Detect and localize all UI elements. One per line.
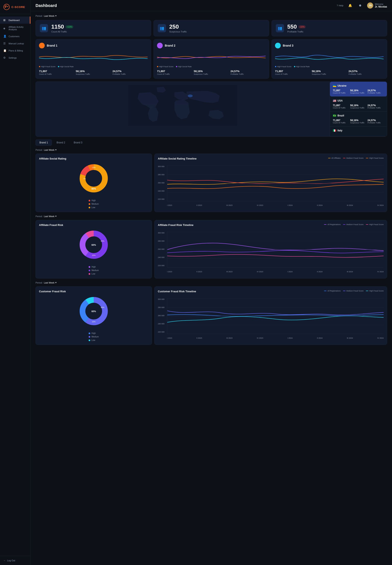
brand-2-icon (157, 43, 163, 48)
sidebar-item-label: Dashboard (9, 19, 20, 21)
sidebar-item-plans[interactable]: 📋 Plans & Billing (0, 47, 30, 54)
svg-text:80%: 80% (91, 188, 96, 190)
svg-text:60%: 60% (91, 244, 96, 246)
legend-all-label: All Affiliates (331, 157, 341, 159)
legend-label: High Social Rate (60, 66, 74, 68)
legend-high-cust-label: High Fraud Score (369, 290, 384, 292)
ukraine-name: Ukraine (337, 84, 347, 87)
svg-point-3 (188, 95, 193, 97)
notifications-button[interactable]: 🔔 (348, 3, 353, 8)
legend-fraud: High Fraud Score (157, 66, 174, 68)
tab-brand-1[interactable]: Brand 1 (36, 140, 52, 146)
stat-card-suspicious: 👥 250 Suspicious Traffic (154, 20, 269, 36)
stat-icon-traffic: 👥 (40, 24, 48, 32)
legend-high-fraud-label: High Fraud Score (369, 223, 384, 226)
ukraine-stat-lbl-1: Suspicious Traffic (350, 92, 367, 94)
legend-medium: Medium (89, 203, 99, 205)
brand-3-name: Brand 3 (283, 44, 294, 47)
svg-text:7%: 7% (83, 178, 86, 180)
period-dropdown-4[interactable]: Last Week ▾ (44, 281, 56, 284)
svg-point-0 (4, 4, 9, 10)
usa-stat-val-2: 24,57% (367, 104, 384, 107)
user-profile[interactable]: JN Welcome Jr. Nicolas (367, 2, 387, 9)
brand-stat-item: 58,16% Suspicious Traffic (194, 70, 229, 75)
cust-timeline-title: Customer Fraud Risk Timeline (158, 290, 196, 293)
brand-1-header: Brand 1 (39, 43, 148, 48)
country-stat: 58,16% Suspicious Traffic (350, 104, 367, 109)
brand-2-name: Brand 2 (165, 44, 175, 47)
fraud-timeline-legend: All Registrations Medium Fraud Score Hig… (324, 223, 384, 226)
legend-med-cust-label: Medium Fraud Score (346, 290, 364, 292)
italy-header: 🇮🇹 Italy (333, 129, 384, 132)
legend-low-label: Low (91, 273, 95, 275)
ukraine-flag: 🇺🇦 (333, 84, 336, 87)
period-dropdown[interactable]: Last Week ▾ (44, 14, 56, 17)
svg-text:10%: 10% (92, 321, 96, 323)
customer-fraud-legend: High Medium Low (89, 332, 99, 341)
chevron-down-icon-3: ▾ (55, 215, 56, 217)
brazil-stat-lbl-0: Count All Traffic (333, 122, 349, 124)
brand-stat-lbl: Suspicious Traffic (312, 73, 347, 75)
header: Dashboard ? Help 🔔 JN Welcome Jr. Nicola… (31, 0, 392, 11)
period-label-3: Period: (36, 215, 43, 217)
legend-all-cust-label: All Registrations (327, 290, 341, 292)
tab-brand-2[interactable]: Brand 2 (53, 140, 69, 146)
legend-label: High Fraud Score (159, 66, 174, 68)
ukraine-stat-val-2: 24,57% (367, 89, 384, 92)
brand-stat-val: 58,16% (194, 70, 229, 73)
page-title: Dashboard (36, 3, 57, 8)
help-button[interactable]: ? Help (337, 4, 343, 7)
cust-timeline-legend: All Registrations Medium Fraud Score Hig… (324, 290, 384, 292)
legend-low: Low (89, 339, 99, 341)
chevron-down-icon-2: ▾ (55, 148, 56, 151)
tab-brand-3[interactable]: Brand 3 (70, 140, 86, 146)
period-dropdown-2[interactable]: Last Week ▾ (44, 148, 56, 151)
stat-card-profitable: 👥 550 -10% Profitable Traffic (272, 20, 387, 36)
sidebar: C-SCORE ⊞ Dashboard ◈ Affiliate Activity… (0, 0, 31, 565)
social-rating-charts: Affiliate Social Rating 13% 80% 7% (36, 154, 387, 212)
period-value: Last Week (44, 15, 55, 17)
social-timeline-title: Affiliate Social Rating Timeline (158, 157, 196, 160)
period-selector-4: Period: Last Week ▾ (36, 281, 387, 284)
logout-button[interactable]: → Log Out (0, 556, 30, 565)
sidebar-item-label: Affiliate Activity Analysis (9, 26, 27, 31)
brand-stat-lbl: Profitable Traffic (349, 73, 384, 75)
sidebar-item-dashboard[interactable]: ⊞ Dashboard (0, 16, 30, 24)
sidebar-item-settings[interactable]: ⚙ Settings (0, 54, 30, 61)
period-selector-top: Period: Last Week ▾ (36, 14, 387, 17)
customer-fraud-title: Customer Fraud Risk (39, 290, 148, 293)
legend-all-cust: All Registrations (324, 290, 341, 292)
brand-stat-lbl: Profitable Traffic (230, 73, 266, 75)
period-label: Period: (36, 15, 43, 17)
brand-stat-lbl: Suspicious Traffic (76, 73, 111, 75)
legend-med-fraud: Medium Fraud Score (343, 223, 364, 226)
x-labels-cust: I 2023II 2023III 2023IV 2023I 2024II 202… (167, 337, 384, 339)
ukraine-stats: 71,897 Count All Traffic 58,16% Suspicio… (333, 89, 384, 94)
brand-2-header: Brand 2 (157, 43, 266, 48)
stats-row: 👥 1150 +23% Count All Traffic 👥 250 Susp… (36, 20, 387, 36)
legend-fraud: High Fraud Score (275, 66, 292, 68)
brand-2-stats: 71,897 Count All Traffic 58,16% Suspicio… (157, 70, 266, 75)
help-icon: ? (337, 4, 338, 7)
sidebar-item-customers[interactable]: 👤 Customers (0, 33, 30, 40)
social-rating-title: Affiliate Social Rating (39, 157, 148, 160)
social-timeline-header: Affiliate Social Rating Timeline All Aff… (158, 157, 384, 163)
ukraine-stat-lbl-0: Count All Traffic (333, 92, 349, 94)
fraud-risk-donut-card: Affiliate Fraud Risk 60% 40% 10% (36, 220, 152, 278)
legend-high: High (89, 199, 99, 202)
legend-low-label: Low (91, 206, 95, 209)
brand-1-icon (39, 43, 45, 48)
usa-stat-val-1: 58,16% (350, 104, 367, 107)
header-right: ? Help 🔔 JN Welcome Jr. Nicolas (337, 2, 387, 9)
period-dropdown-3[interactable]: Last Week ▾ (44, 215, 56, 217)
logo-icon (3, 4, 10, 10)
y-labels: 300 000280 000260 000240 000220 000 (158, 165, 167, 200)
usa-stat-lbl-2: Profitable Traffic (367, 107, 384, 109)
sidebar-item-affiliate[interactable]: ◈ Affiliate Activity Analysis (0, 24, 30, 33)
legend-med-fraud-label: Medium Fraud Score (346, 223, 364, 226)
sidebar-item-manual[interactable]: ☰ Manual Lookup (0, 40, 30, 47)
brand-stat-lbl: Count All Traffic (275, 73, 310, 75)
x-labels-fraud: I 2023II 2023III 2023IV 2023I 2024II 202… (167, 271, 384, 273)
period-label-2: Period: (36, 149, 43, 151)
cust-timeline-header: Customer Fraud Risk Timeline All Registr… (158, 290, 384, 296)
